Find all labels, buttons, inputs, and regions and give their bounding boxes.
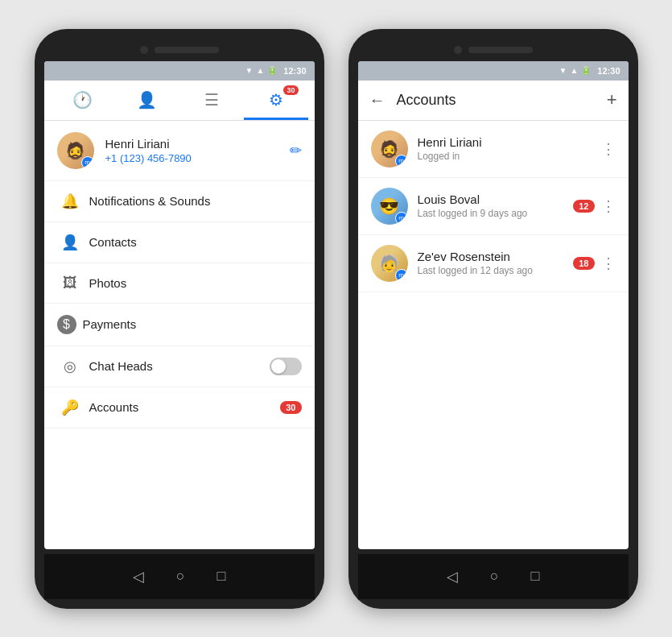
recent-icon: 🕐 — [72, 90, 93, 110]
louis-right: 12 ⋮ — [573, 197, 615, 215]
right-phone: ▼ ▲ 🔋 12:30 ← Accounts + 🧔 m Henri Liria… — [348, 29, 638, 609]
battery-icon: 🔋 — [267, 66, 277, 75]
zeev-badge: 18 — [573, 257, 594, 270]
left-phone: ▼ ▲ 🔋 12:30 🕐 👤 ☰ ⚙ 30 🧔 m — [35, 29, 324, 609]
profile-phone: +1 (123) 456-7890 — [105, 152, 290, 164]
tab-settings[interactable]: ⚙ 30 — [244, 81, 308, 120]
camera-left — [140, 46, 148, 54]
wifi-icon-r: ▲ — [570, 66, 578, 75]
tab-people[interactable]: 👤 — [115, 81, 179, 120]
zeev-name: Ze'ev Rosenstein — [418, 250, 574, 263]
louis-status: Last logged in 9 days ago — [418, 208, 574, 219]
chat-heads-toggle[interactable] — [270, 358, 302, 375]
settings-icon: ⚙ — [269, 90, 283, 110]
settings-badge: 30 — [283, 85, 298, 95]
camera-right — [454, 46, 462, 54]
menu-photos[interactable]: 🖼 Photos — [44, 263, 315, 304]
home-nav-btn-r[interactable]: ○ — [490, 568, 499, 585]
avatar-louis: 😎 m — [371, 188, 408, 225]
zeev-more-button[interactable]: ⋮ — [601, 254, 616, 272]
messenger-badge-henri: m — [81, 156, 94, 169]
contacts-label: Contacts — [89, 235, 302, 249]
people-icon: 👤 — [137, 90, 157, 110]
henri-more-button[interactable]: ⋮ — [601, 140, 616, 158]
menu-chat-heads[interactable]: ◎ Chat Heads — [44, 346, 315, 387]
recent-nav-btn[interactable]: □ — [217, 568, 226, 585]
messenger-badge-zeev: m — [395, 269, 408, 282]
bottom-nav-right: ◁ ○ □ — [358, 554, 629, 599]
menu-notifications[interactable]: 🔔 Notifications & Sounds — [44, 181, 315, 222]
status-bar-left: ▼ ▲ 🔋 12:30 — [44, 61, 315, 81]
accounts-icon: 🔑 — [57, 399, 83, 416]
zeev-info: Ze'ev Rosenstein Last logged in 12 days … — [418, 250, 574, 276]
phone-top-bar-left — [44, 39, 315, 61]
left-screen: ▼ ▲ 🔋 12:30 🕐 👤 ☰ ⚙ 30 🧔 m — [44, 61, 315, 549]
home-nav-btn[interactable]: ○ — [176, 568, 185, 585]
recent-nav-btn-r[interactable]: □ — [531, 568, 540, 585]
speaker-left — [155, 47, 219, 53]
louis-more-button[interactable]: ⋮ — [601, 197, 616, 215]
accounts-page-title: Accounts — [397, 92, 607, 109]
notifications-icon: 🔔 — [57, 192, 83, 210]
accounts-badge: 30 — [280, 401, 301, 414]
zeev-status: Last logged in 12 days ago — [418, 265, 574, 276]
avatar-zeev: 🧓 m — [371, 245, 408, 282]
right-screen: ▼ ▲ 🔋 12:30 ← Accounts + 🧔 m Henri Liria… — [358, 61, 629, 549]
toggle-knob — [271, 359, 286, 374]
back-nav-btn-r[interactable]: ◁ — [447, 568, 458, 585]
add-account-button[interactable]: + — [607, 89, 617, 110]
henri-info: Henri Liriani Logged in — [418, 135, 601, 162]
time-left: 12:30 — [283, 66, 306, 76]
chat-heads-label: Chat Heads — [89, 359, 270, 373]
profile-row[interactable]: 🧔 m Henri Liriani +1 (123) 456-7890 ✏ — [44, 121, 315, 181]
zeev-right: 18 ⋮ — [573, 254, 615, 272]
tab-recent[interactable]: 🕐 — [51, 81, 115, 120]
signal-icon: ▼ — [245, 66, 254, 75]
photos-icon: 🖼 — [57, 275, 83, 292]
profile-name: Henri Liriani — [105, 137, 290, 151]
avatar-henri: 🧔 m — [57, 132, 94, 169]
speaker-right — [468, 47, 533, 53]
back-button[interactable]: ← — [369, 91, 385, 110]
messenger-badge-henri-r: m — [395, 155, 408, 168]
louis-info: Louis Boval Last logged in 9 days ago — [418, 192, 574, 219]
account-item-henri[interactable]: 🧔 m Henri Liriani Logged in ⋮ — [358, 121, 629, 178]
henri-name: Henri Liriani — [418, 135, 601, 149]
accounts-header: ← Accounts + — [358, 81, 629, 121]
chat-heads-icon: ◎ — [57, 358, 83, 375]
menu-accounts[interactable]: 🔑 Accounts 30 — [44, 387, 315, 428]
louis-badge: 12 — [573, 200, 594, 213]
account-item-louis[interactable]: 😎 m Louis Boval Last logged in 9 days ag… — [358, 178, 629, 235]
tab-chat[interactable]: ☰ — [179, 81, 244, 120]
henri-right: ⋮ — [601, 140, 616, 158]
time-right: 12:30 — [597, 66, 620, 76]
wifi-icon: ▲ — [256, 66, 264, 75]
tabs-bar: 🕐 👤 ☰ ⚙ 30 — [44, 81, 315, 121]
payments-icon: $ — [57, 315, 76, 334]
back-nav-btn[interactable]: ◁ — [133, 568, 144, 585]
signal-icon-r: ▼ — [559, 66, 567, 75]
menu-payments[interactable]: $ Payments — [44, 304, 315, 346]
chat-icon: ☰ — [204, 90, 219, 110]
accounts-label: Accounts — [89, 400, 281, 414]
avatar-henri-r: 🧔 m — [371, 130, 408, 168]
henri-status: Logged in — [418, 151, 601, 162]
edit-icon[interactable]: ✏ — [290, 142, 302, 159]
photos-label: Photos — [89, 276, 302, 290]
menu-contacts[interactable]: 👤 Contacts — [44, 222, 315, 263]
account-item-zeev[interactable]: 🧓 m Ze'ev Rosenstein Last logged in 12 d… — [358, 235, 629, 292]
contacts-icon: 👤 — [57, 234, 83, 251]
battery-icon-r: 🔋 — [581, 66, 591, 75]
messenger-badge-louis: m — [395, 212, 408, 225]
phone-top-bar-right — [358, 39, 629, 61]
bottom-nav-left: ◁ ○ □ — [44, 554, 315, 599]
notifications-label: Notifications & Sounds — [89, 194, 302, 208]
status-bar-right: ▼ ▲ 🔋 12:30 — [358, 61, 629, 81]
profile-info: Henri Liriani +1 (123) 456-7890 — [105, 137, 290, 164]
louis-name: Louis Boval — [418, 192, 574, 206]
payments-label: Payments — [83, 317, 302, 331]
